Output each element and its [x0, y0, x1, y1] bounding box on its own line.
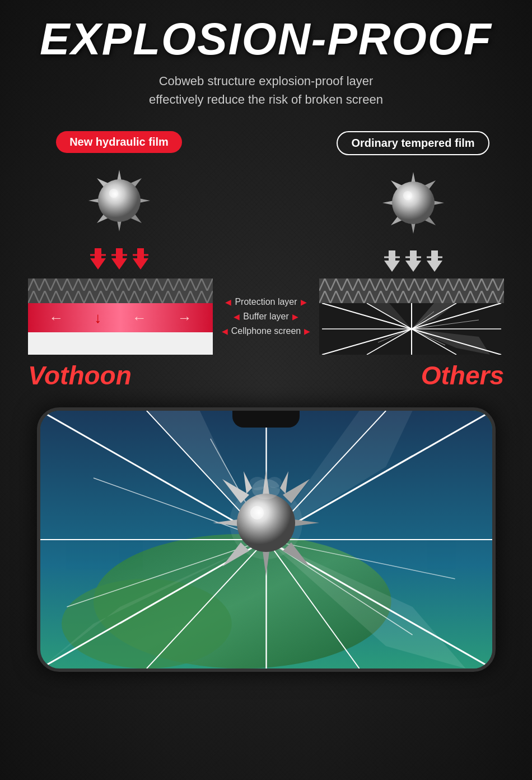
left-diagram: ← ↓ ← → — [28, 278, 213, 355]
cellphone-label-row: ◀ Cellphone screen ▶ — [222, 326, 311, 336]
center-layer-labels: ◀ Protection layer ▶ ◀ Buffer layer ▶ ◀ … — [213, 295, 319, 338]
svg-point-97 — [267, 477, 282, 488]
svg-point-93 — [237, 494, 295, 552]
svg-line-46 — [322, 329, 412, 355]
svg-line-45 — [367, 329, 412, 355]
phone-frame — [37, 407, 496, 672]
svg-marker-14 — [133, 248, 148, 270]
main-title: EXPLOSION-PROOF — [40, 17, 492, 62]
cellphone-label: Cellphone screen — [231, 326, 301, 336]
svg-point-9 — [109, 189, 118, 198]
svg-marker-55 — [412, 329, 490, 355]
brand-names-row: Vothoon Others — [11, 360, 521, 391]
svg-marker-10 — [90, 248, 106, 270]
svg-point-94 — [250, 506, 264, 519]
left-arrows — [90, 248, 148, 270]
left-brand-name: Vothoon — [28, 360, 132, 391]
svg-point-25 — [403, 191, 412, 200]
left-badge: New hydraulic film — [56, 131, 182, 153]
subtitle: Cobweb structure explosion-proof layer e… — [149, 72, 383, 109]
left-column: New hydraulic film — [28, 131, 210, 276]
right-brand-name: Others — [421, 360, 504, 391]
svg-marker-85 — [213, 519, 238, 526]
top-comparison-row: New hydraulic film — [11, 131, 521, 278]
svg-point-8 — [98, 179, 141, 222]
svg-marker-84 — [263, 551, 269, 576]
svg-marker-28 — [405, 250, 421, 272]
svg-line-51 — [378, 329, 412, 342]
svg-rect-33 — [28, 278, 213, 303]
right-column: Ordinary tempered film — [322, 131, 504, 278]
layer-diagrams-row: ← ↓ ← → ◀ Protection layer ▶ ◀ — [11, 278, 521, 355]
buffer-label: Buffer layer — [243, 312, 289, 322]
right-diagram — [319, 278, 504, 355]
buffer-label-row: ◀ Buffer layer ▶ — [234, 312, 298, 322]
phone-notch — [232, 411, 300, 428]
svg-point-24 — [392, 182, 435, 224]
right-badge: Ordinary tempered film — [337, 131, 489, 155]
svg-rect-35 — [319, 278, 504, 303]
phone-spike-ball — [210, 467, 322, 579]
phone-section — [37, 407, 496, 672]
svg-marker-26 — [384, 250, 400, 272]
svg-marker-30 — [427, 250, 442, 272]
svg-marker-53 — [412, 303, 456, 329]
svg-marker-12 — [111, 248, 127, 270]
left-spike-ball — [83, 164, 156, 237]
svg-point-96 — [249, 477, 266, 490]
page-wrapper: EXPLOSION-PROOF Cobweb structure explosi… — [0, 0, 532, 780]
content-area: EXPLOSION-PROOF Cobweb structure explosi… — [0, 0, 532, 689]
right-arrows — [384, 250, 442, 272]
protection-label: Protection layer — [235, 297, 297, 307]
phone-screen — [40, 411, 492, 668]
right-spike-ball — [377, 166, 450, 239]
protection-label-row: ◀ Protection layer ▶ — [225, 297, 306, 307]
svg-marker-86 — [294, 519, 319, 526]
